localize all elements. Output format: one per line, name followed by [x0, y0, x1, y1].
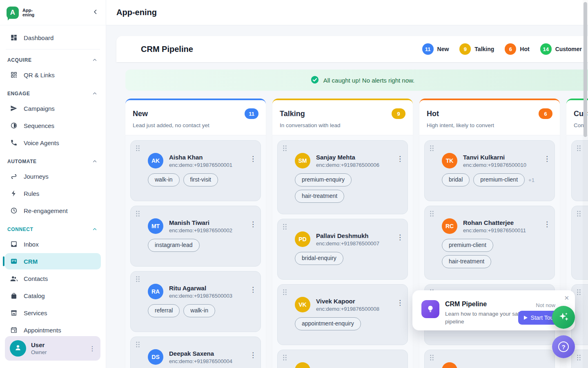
avatar: RC — [442, 218, 457, 234]
drag-handle-icon[interactable] — [430, 145, 434, 152]
vertical-scrollbar[interactable] — [583, 0, 588, 368]
chevron-up-icon[interactable] — [92, 159, 98, 164]
start-tour-label: Start Tour — [531, 314, 555, 321]
sidebar-item-label: Rules — [24, 190, 39, 197]
sidebar-item-dashboard[interactable]: Dashboard — [5, 29, 101, 46]
card-menu-button[interactable] — [249, 220, 256, 229]
sidebar-item-label: Voice Agents — [24, 139, 59, 146]
user-menu-button[interactable] — [89, 345, 96, 352]
scrollbar-thumb[interactable] — [584, 2, 587, 137]
lead-card[interactable]: PD Pallavi Deshmukh enc:demo:+9198765000… — [277, 219, 408, 280]
chevron-up-icon[interactable] — [92, 57, 98, 63]
card-menu-button[interactable] — [543, 155, 550, 163]
sidebar-item-label: Appointments — [24, 327, 61, 334]
sidebar-item-sequences[interactable]: Sequences — [5, 117, 101, 134]
lead-card[interactable]: RA Ritu Agarwal enc:demo:+919876500003 r… — [130, 271, 261, 332]
user-card[interactable]: User Owner — [5, 336, 100, 361]
card-menu-button[interactable] — [396, 155, 403, 163]
drag-handle-icon[interactable] — [283, 289, 287, 296]
drag-handle-icon[interactable] — [577, 145, 581, 152]
lightning-icon — [10, 189, 18, 197]
card-menu-button[interactable] — [543, 220, 550, 229]
drag-handle-icon[interactable] — [577, 354, 581, 361]
not-now-button[interactable]: Not now — [536, 302, 555, 308]
sidebar-item-appointments[interactable]: Appointments — [5, 322, 101, 338]
sidebar-item-label: QR & Links — [24, 72, 55, 79]
drag-handle-icon[interactable] — [283, 145, 287, 152]
help-fab[interactable]: ? — [552, 335, 575, 358]
tag: walk-in — [183, 304, 215, 317]
sidebar-item-qr-links[interactable]: QR & Links — [5, 67, 101, 83]
sidebar-item-re-engagement[interactable]: Re-engagement — [5, 202, 101, 219]
check-circle-icon — [310, 75, 319, 85]
card-menu-button[interactable] — [249, 155, 256, 163]
avatar: DS — [148, 349, 163, 365]
lead-card[interactable]: MT Manish Tiwari enc:demo:+919876500002 … — [130, 206, 261, 267]
card-menu-button[interactable] — [396, 298, 403, 307]
lead-card[interactable]: NS Nandini Shetty — [277, 350, 408, 368]
card-menu-button[interactable] — [249, 285, 256, 294]
lead-card[interactable]: SM Sanjay Mehta enc:demo:+919876500006 p… — [277, 140, 408, 214]
ai-assistant-fab[interactable] — [552, 306, 575, 329]
lead-name: Pallavi Deshmukh — [316, 232, 379, 239]
drag-handle-icon[interactable] — [136, 276, 140, 283]
sidebar-item-catalog[interactable]: Catalog — [5, 287, 101, 304]
card-menu-button[interactable] — [396, 233, 403, 242]
sidebar-item-journeys[interactable]: Journeys — [5, 168, 101, 184]
chevron-up-icon[interactable] — [92, 91, 98, 96]
route-icon — [10, 172, 18, 180]
sidebar-item-rules[interactable]: Rules — [5, 185, 101, 202]
chevron-up-icon[interactable] — [92, 227, 98, 232]
sidebar-item-voice-agents[interactable]: Voice Agents — [5, 135, 101, 151]
inbox-icon — [10, 240, 18, 248]
sidebar-item-contacts[interactable]: Contacts — [5, 270, 101, 287]
kanban-column-new: New 11 Lead just added, no contact yet A… — [125, 99, 266, 368]
sidebar-item-label: Sequences — [24, 122, 54, 129]
lead-phone: enc:demo:+919876500010 — [463, 162, 526, 168]
lead-name: Nandini Shetty — [316, 367, 359, 368]
sidebar-item-label: Re-engagement — [24, 207, 68, 214]
drag-handle-icon[interactable] — [430, 354, 434, 361]
avatar: SM — [295, 153, 310, 168]
stat-count-badge: 11 — [422, 43, 434, 55]
sidebar-collapse-button[interactable] — [92, 8, 99, 17]
drag-handle-icon[interactable] — [136, 210, 140, 217]
person-icon — [13, 343, 22, 354]
column-body: AK Aisha Khan enc:demo:+919876500001 wal… — [125, 135, 266, 368]
question-mark-glyph: ? — [561, 343, 565, 350]
sidebar-item-campaigns[interactable]: Campaigns — [5, 100, 101, 117]
column-title: Hot — [427, 110, 439, 118]
card-menu-button[interactable] — [249, 351, 256, 359]
sidebar-item-inbox[interactable]: Inbox — [5, 236, 101, 252]
kebab-icon — [249, 155, 256, 163]
drag-handle-icon[interactable] — [430, 210, 434, 217]
drag-handle-icon[interactable] — [136, 341, 140, 348]
column-body: TK Tanvi Kulkarni enc:demo:+919876500010… — [419, 135, 560, 368]
send-icon — [10, 104, 18, 112]
sidebar-item-services[interactable]: Services — [5, 305, 101, 321]
kebab-icon — [543, 220, 550, 228]
drag-handle-icon[interactable] — [577, 289, 581, 296]
lead-card[interactable]: DS Deepak Saxena enc:demo:+919876500004 — [130, 337, 261, 368]
lead-card[interactable]: TK Tanvi Kulkarni enc:demo:+919876500010… — [424, 140, 555, 201]
drag-handle-icon[interactable] — [283, 223, 287, 230]
tag: premium-client — [442, 239, 493, 252]
sidebar-item-crm[interactable]: CRM — [5, 253, 101, 269]
drag-handle-icon[interactable] — [283, 354, 287, 361]
tag: walk-in — [148, 173, 180, 186]
drag-handle-icon[interactable] — [136, 145, 140, 152]
lead-card[interactable]: AK Amit Kumar — [424, 350, 555, 368]
tag: first-visit — [183, 173, 218, 186]
lead-card[interactable]: VK Vivek Kapoor enc:demo:+919876500008 a… — [277, 284, 408, 345]
lead-card[interactable]: AK Aisha Khan enc:demo:+919876500001 wal… — [130, 140, 261, 201]
drag-handle-icon[interactable] — [577, 210, 581, 217]
close-icon[interactable] — [564, 294, 569, 302]
sidebar-nav: Dashboard ACQUIRE QR & Links ENGAGE Camp… — [0, 25, 106, 338]
column-subtitle: In conversation with lead — [280, 122, 405, 128]
avatar: AK — [442, 362, 457, 368]
avatar — [10, 340, 26, 357]
column-count-badge: 11 — [245, 108, 258, 119]
lead-card[interactable]: RC Rohan Chatterjee enc:demo:+9198765000… — [424, 206, 555, 280]
tag: premium-enquiry — [295, 173, 352, 186]
tutorial-toast: CRM Pipeline Not now Learn how to manage… — [412, 290, 575, 330]
